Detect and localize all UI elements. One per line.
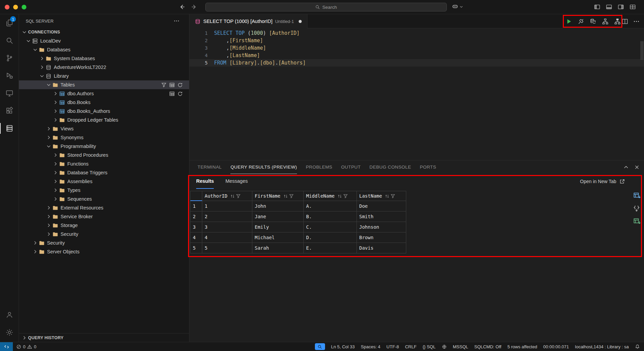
modified-dot-icon[interactable] <box>299 20 302 23</box>
tree-item-system-databases[interactable]: System Databases <box>19 54 189 63</box>
activity-item-settings[interactable] <box>0 324 19 341</box>
toggle-secondary-sidebar-icon[interactable] <box>618 4 624 10</box>
grid-row-number[interactable]: 5 <box>190 243 202 253</box>
forward-icon[interactable] <box>191 4 198 10</box>
toggle-panel-icon[interactable] <box>606 4 612 10</box>
sqlcmd-status[interactable]: SQLCMD: Off <box>474 342 501 351</box>
grid-header-lastname[interactable]: LastName <box>357 191 406 201</box>
grid-header-firstname[interactable]: FirstName <box>252 191 304 201</box>
tree-item-dbo-books[interactable]: dbo.Books <box>19 98 189 107</box>
panel-tab-debug-console[interactable]: DEBUG CONSOLE <box>369 160 411 174</box>
grid-icon[interactable] <box>169 82 175 88</box>
code-line-2[interactable]: 2 ,[FirstName] <box>189 37 644 44</box>
grid-corner-cell[interactable] <box>190 191 202 201</box>
back-icon[interactable] <box>179 4 185 10</box>
copilot-menu[interactable] <box>452 3 463 10</box>
command-center-search[interactable]: Search <box>205 3 447 11</box>
save-as-json-button[interactable] <box>633 205 641 212</box>
toggle-primary-sidebar-icon[interactable] <box>594 4 600 10</box>
live-share[interactable] <box>442 342 447 351</box>
tree-item-library[interactable]: Library <box>19 72 189 80</box>
tree-item-service-broker[interactable]: Service Broker <box>19 212 189 221</box>
activity-item-accounts[interactable] <box>0 306 19 324</box>
panel-tab-query-results[interactable]: QUERY RESULTS (PREVIEW) <box>230 160 297 174</box>
grid-cell[interactable]: Davis <box>357 243 406 253</box>
tree-item-functions[interactable]: Functions <box>19 159 189 168</box>
tree-item-security[interactable]: Security <box>19 230 189 239</box>
grid-row-number[interactable]: 1 <box>190 201 202 211</box>
grid-cell[interactable]: C. <box>304 222 357 232</box>
grid-header-middlename[interactable]: MiddleName <box>304 191 357 201</box>
indentation[interactable]: Spaces: 4 <box>361 342 381 351</box>
connection-info[interactable]: localhost,1434 : Library : sa <box>575 342 629 351</box>
language-mode[interactable]: {} SQL <box>422 342 435 351</box>
zoom-window-button[interactable] <box>22 5 26 9</box>
tree-item-dropped-ledger-tables[interactable]: Dropped Ledger Tables <box>19 116 189 124</box>
panel-tab-terminal[interactable]: TERMINAL <box>198 160 222 174</box>
notifications-bell[interactable] <box>635 342 640 351</box>
grid-cell[interactable]: D. <box>304 232 357 243</box>
grid-cell[interactable]: 2 <box>202 211 252 222</box>
tree-item-stored-procedures[interactable]: Stored Procedures <box>19 151 189 159</box>
tree-item-databases[interactable]: Databases <box>19 45 189 54</box>
editor-scrollbar[interactable] <box>640 41 644 60</box>
panel-tab-output[interactable]: OUTPUT <box>341 160 361 174</box>
tree-item-storage[interactable]: Storage <box>19 221 189 230</box>
grid-cell[interactable]: B. <box>304 211 357 222</box>
code-line-5[interactable]: 5FROM [Library].[dbo].[Authors] <box>189 59 644 67</box>
tree-item-localdev[interactable]: LocalDev <box>19 36 189 45</box>
sort-icon[interactable] <box>283 194 288 199</box>
filter-icon[interactable] <box>236 194 241 199</box>
grid-cell[interactable]: 3 <box>202 222 252 232</box>
save-as-csv-button[interactable] <box>633 192 641 199</box>
grid-cell[interactable]: Smith <box>357 211 406 222</box>
filter-icon[interactable] <box>161 82 167 88</box>
code-line-4[interactable]: 4 ,[LastName] <box>189 52 644 59</box>
results-tab[interactable]: Results <box>196 174 214 189</box>
close-window-button[interactable] <box>5 5 9 9</box>
activity-item-run-debug[interactable] <box>0 67 19 84</box>
maximize-panel-icon[interactable] <box>623 164 629 170</box>
grid-cell[interactable]: Michael <box>252 232 304 243</box>
messages-tab[interactable]: Messages <box>225 174 248 189</box>
grid-cell[interactable]: A. <box>304 201 357 211</box>
mssql-provider[interactable]: MSSQL <box>453 342 468 351</box>
grid-cell[interactable]: John <box>252 201 304 211</box>
grid-cell[interactable]: E. <box>304 243 357 253</box>
grid-cell[interactable]: Emily <box>252 222 304 232</box>
grid-row-number[interactable]: 4 <box>190 232 202 243</box>
activity-item-explorer[interactable]: 1 <box>0 14 19 32</box>
tree-item-types[interactable]: Types <box>19 186 189 195</box>
problems-status[interactable]: 0 0 <box>13 342 40 351</box>
code-line-3[interactable]: 3 ,[MiddleName] <box>189 44 644 52</box>
minimize-window-button[interactable] <box>13 5 18 9</box>
grid-cell[interactable]: 4 <box>202 232 252 243</box>
disconnect-button[interactable] <box>576 17 585 26</box>
more-actions-icon[interactable] <box>174 18 180 24</box>
rows-affected[interactable]: 5 rows affected <box>507 342 537 351</box>
tree-item-tables[interactable]: Tables <box>19 80 189 89</box>
grid-cell[interactable]: Jane <box>252 211 304 222</box>
sort-icon[interactable] <box>385 194 390 199</box>
query-history-section-header[interactable]: QUERY HISTORY <box>19 333 189 342</box>
tree-item-database-triggers[interactable]: Database Triggers <box>19 168 189 177</box>
tree-item-dbo-books-authors[interactable]: dbo.Books_Authors <box>19 107 189 116</box>
activity-item-source-control[interactable] <box>0 49 19 67</box>
customize-layout-icon[interactable] <box>629 4 636 10</box>
open-in-new-tab-button[interactable]: Open in New Tab <box>580 179 625 184</box>
save-as-excel-button[interactable] <box>633 218 641 225</box>
cursor-position[interactable]: Ln 5, Col 33 <box>331 342 355 351</box>
tree-item-external-resources[interactable]: External Resources <box>19 203 189 212</box>
change-connection-button[interactable] <box>589 17 597 26</box>
query-duration[interactable]: 00:00:00.071 <box>543 342 569 351</box>
grid-cell[interactable]: Doe <box>357 201 406 211</box>
grid-cell[interactable]: Sarah <box>252 243 304 253</box>
close-panel-icon[interactable] <box>634 164 640 170</box>
activity-item-extensions[interactable] <box>0 102 19 120</box>
panel-tab-ports[interactable]: PORTS <box>420 160 436 174</box>
tree-item-programmability[interactable]: Programmability <box>19 142 189 151</box>
refresh-icon[interactable] <box>177 82 183 88</box>
code-editor[interactable]: 1SELECT TOP (1000) [AuthorID]2 ,[FirstNa… <box>189 28 644 160</box>
code-line-1[interactable]: 1SELECT TOP (1000) [AuthorID] <box>189 29 644 37</box>
activity-item-sql-server[interactable] <box>0 120 19 137</box>
